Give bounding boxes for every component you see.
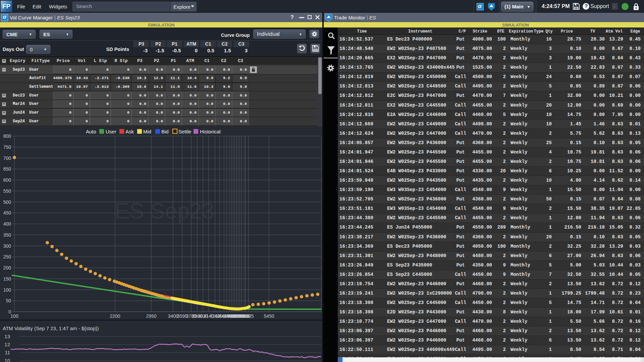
svg-text:800: 800 [3,133,11,139]
svg-text:500: 500 [3,199,11,205]
svg-text:300: 300 [3,243,11,249]
svg-text:200: 200 [3,265,11,270]
svg-text:Bid: Bid [161,129,169,134]
svg-text:450: 450 [3,210,11,216]
svg-text:100: 100 [3,287,11,293]
svg-text:50: 50 [6,298,11,303]
svg-text:Auto: Auto [86,129,96,134]
svg-text:150: 150 [3,276,11,282]
svg-text:350: 350 [3,232,11,238]
svg-text:5450: 5450 [264,313,274,319]
svg-text:Historical: Historical [200,129,221,134]
svg-text:10: 10 [4,358,10,362]
svg-text:550: 550 [3,188,11,194]
svg-text:ES Sep23: ES Sep23 [114,198,214,223]
svg-text:650: 650 [3,166,11,172]
svg-text:100: 100 [10,313,18,319]
svg-text:User: User [106,129,116,134]
svg-text:Settle: Settle [178,129,191,134]
svg-text:600: 600 [3,177,11,183]
svg-text:400: 400 [3,221,11,227]
svg-text:Mid: Mid [143,129,151,134]
svg-text:5025: 5025 [243,313,254,319]
svg-text:12: 12 [4,342,10,347]
svg-text:13: 13 [4,334,10,339]
svg-text:700: 700 [3,156,11,161]
svg-text:2200: 2200 [110,313,120,319]
svg-text:11: 11 [5,350,10,355]
svg-text:750: 750 [3,144,11,150]
svg-text:250: 250 [3,254,11,259]
svg-text:2950: 2950 [146,313,156,319]
svg-text:Ask: Ask [125,129,134,134]
svg-text:ATM Volatility (Sep 7 23, 1:47: ATM Volatility (Sep 7 23, 1:47 am - ${st… [3,325,99,331]
